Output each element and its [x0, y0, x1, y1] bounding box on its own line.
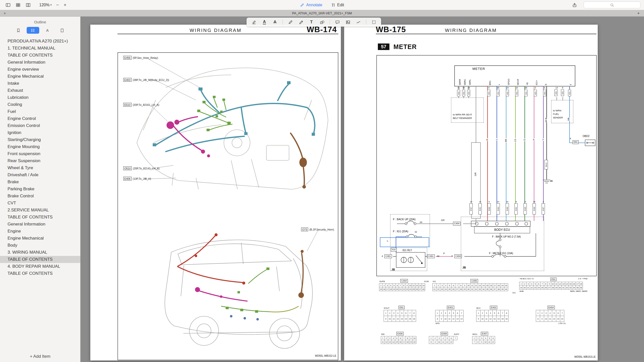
text-tool-icon[interactable]: T [307, 19, 316, 26]
outline-item[interactable]: Front suspension [0, 150, 80, 157]
outline-item[interactable]: Body [0, 242, 80, 249]
connector-tag: E51 [543, 90, 546, 96]
meter-pin: SBRR [459, 79, 461, 85]
outline-item[interactable]: PERODUA ATIVA A270 (2021+) [0, 38, 80, 45]
outline-item[interactable]: Fuel [0, 108, 80, 115]
pin-cell: 36 [579, 286, 583, 290]
pin-cell: 26 [415, 287, 419, 291]
zoom-in-button[interactable]: + [62, 2, 68, 8]
outline-item[interactable]: Brake Control [0, 193, 80, 200]
pin-number: 30 [462, 86, 465, 89]
outline-item[interactable]: 2.SERVICE MANUAL [0, 207, 80, 214]
outline-item[interactable]: General Information [0, 59, 80, 66]
green-body-harness [221, 269, 269, 312]
pin-cell: 22 [530, 286, 534, 290]
outline-item[interactable]: Engine Mechanical [0, 73, 80, 80]
pin-cell: 15 [485, 283, 489, 287]
pin-cell: 1 [519, 282, 523, 286]
add-tab-icon[interactable]: + [636, 11, 641, 16]
outline-item[interactable]: Starting/Charging [0, 136, 80, 143]
pin-cell: 2 [476, 336, 480, 340]
zoom-control[interactable]: 120% ▾ [39, 3, 52, 7]
connector-tag: E612 [544, 160, 548, 169]
document-canvas[interactable]: A A T [80, 17, 644, 362]
annotate-mode-button[interactable]: Annotate [300, 3, 322, 7]
outline-item[interactable]: TABLE OF CONTENTS [0, 256, 80, 263]
pin-cell: 13 [400, 316, 404, 322]
share-icon[interactable] [570, 1, 579, 9]
two-page-view-icon[interactable] [24, 1, 33, 9]
outline-item[interactable]: Exhaust [0, 87, 80, 94]
outline-item[interactable]: TABLE OF CONTENTS [0, 52, 80, 59]
outline-tab[interactable] [27, 27, 39, 34]
annotations-tab[interactable]: A [41, 27, 54, 34]
thumbnails-tab[interactable] [56, 27, 68, 34]
outline-item[interactable]: Lubrication [0, 94, 80, 101]
tab-bar: × PA_ATIVA_A270_1KR-VET_2021+_FSM + [0, 10, 644, 17]
pin-cell: 3 [526, 282, 530, 286]
outline-item[interactable]: 4. BODY REPAIR MANUAL [0, 263, 80, 270]
page-icon [60, 28, 64, 33]
pencil-icon [300, 3, 304, 7]
image-stamp-icon[interactable] [343, 19, 353, 26]
edit-label: Edit [337, 3, 344, 7]
outline-item[interactable]: 3. WIRING MANUAL [0, 249, 80, 256]
pin-number: 3 [543, 201, 544, 203]
outline-item[interactable]: Parking Brake [0, 186, 80, 193]
outline-item[interactable]: Engine Mounting [0, 143, 80, 150]
outline-item[interactable]: Engine Mechanical [0, 235, 80, 242]
outline-item[interactable]: Cooling [0, 101, 80, 108]
outline-item[interactable]: Rear Suspension [0, 157, 80, 164]
connector-tag: E401 [478, 203, 482, 214]
edit-mode-button[interactable]: Edit [331, 3, 344, 7]
shapes-icon[interactable] [317, 19, 327, 26]
marker-icon[interactable] [296, 19, 306, 26]
pin-cell: 7 [455, 283, 459, 287]
outline-item[interactable]: TABLE OF CONTENTS [0, 270, 80, 277]
thumbnails-view-icon[interactable] [14, 1, 23, 9]
signature-icon[interactable] [354, 19, 363, 26]
highlight-icon[interactable] [249, 19, 259, 26]
connector-grid-e408: E408 SUP2 1234567 8910111213 [429, 332, 459, 344]
annotation-rect[interactable] [380, 237, 429, 247]
add-item-button[interactable]: + Add Item [0, 354, 80, 359]
outline-item[interactable]: Emission Control [0, 122, 80, 129]
pin-cell: 2 [388, 310, 392, 316]
outline-item[interactable]: Wheel & Tyre [0, 164, 80, 171]
wire-code: W-B [545, 118, 547, 122]
pin-cell: 7 [472, 340, 476, 344]
outline-item[interactable]: Brake [0, 178, 80, 186]
outline-item[interactable]: CVT [0, 200, 80, 207]
outline-item[interactable]: Engine [0, 228, 80, 235]
outline-item[interactable]: 1. TECHNICAL MANUAL [0, 45, 80, 52]
ecu-tag: 14 E404 [497, 201, 500, 214]
pin-cell: 4 [389, 283, 392, 287]
close-tab-icon[interactable]: × [3, 11, 7, 15]
outline-item[interactable]: Engine Control [0, 115, 80, 122]
pin-cell: 9 [384, 316, 388, 322]
sidebar-toggle-icon[interactable] [4, 1, 13, 9]
pin-cell: 18 [406, 340, 409, 344]
connector-tag: E402 [490, 306, 497, 309]
strikethrough-icon[interactable]: A [270, 19, 280, 26]
zoom-out-button[interactable]: − [54, 2, 61, 8]
connector-grid-e407: MIG1 E407 123456 789101112 [472, 332, 497, 344]
ecu-tag: 15 E407 [469, 201, 473, 214]
outline-item[interactable]: Intake [0, 80, 80, 87]
outline-item[interactable]: Engine overview [0, 66, 80, 73]
document-tab[interactable]: PA_ATIVA_A270_1KR-VET_2021+_FSM [0, 11, 644, 15]
pin-cell: 15 [379, 287, 383, 291]
bookmarks-tab[interactable] [12, 27, 25, 34]
pen-icon[interactable] [286, 19, 295, 26]
underline-icon[interactable]: A [260, 19, 269, 26]
note-icon[interactable] [333, 19, 342, 26]
outline-item[interactable]: Ignition [0, 129, 80, 136]
sidebar-resize-handle[interactable] [80, 17, 82, 362]
outline-item[interactable]: TABLE OF CONTENTS [0, 214, 80, 221]
selection-icon[interactable] [369, 19, 379, 26]
outline-item[interactable]: Driveshaft / Axle [0, 171, 80, 178]
pin-cell: 6 [496, 310, 501, 316]
pin-cell: 8 [406, 336, 409, 340]
search-input[interactable] [584, 2, 640, 8]
outline-item[interactable]: General Information [0, 221, 80, 228]
